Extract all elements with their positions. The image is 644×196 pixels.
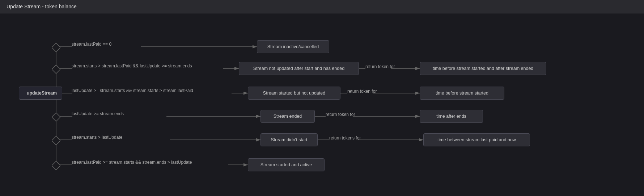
svg-marker-23 <box>52 43 60 52</box>
state-2-node: Stream not updated after start and has e… <box>239 62 359 75</box>
junction-5 <box>52 161 60 170</box>
svg-marker-25 <box>52 113 60 121</box>
junction-1 <box>52 43 60 52</box>
result-1-node: time before stream started and after str… <box>420 62 546 75</box>
title-bar: Update Stream - token balance <box>0 0 644 13</box>
state-1-node: Stream inactive/cancelled <box>257 40 329 53</box>
junction-3 <box>52 113 60 121</box>
condition-6-label: stream.lastPaid >= stream.starts && stre… <box>72 160 192 165</box>
condition-3-label: lastUpdate >= stream.starts && stream.st… <box>72 88 193 93</box>
state-6-node: Stream started and active <box>248 158 325 171</box>
return-4-label: return tokens for <box>329 135 361 141</box>
result-4-node: time between stream last paid and now <box>423 133 530 146</box>
svg-marker-24 <box>52 65 60 74</box>
return-3-label: return token for <box>326 112 355 117</box>
condition-1-label: stream.lastPaid == 0 <box>72 42 111 47</box>
junction-4 <box>52 136 60 145</box>
condition-4-label: lastUpdate >= stream.ends <box>72 111 124 116</box>
svg-marker-27 <box>52 161 60 170</box>
svg-marker-26 <box>52 136 60 145</box>
junction-2 <box>52 65 60 74</box>
condition-2-label: stream.starts > stream.lastPaid && lastU… <box>72 63 192 68</box>
diagram-area: _updateStream stream.lastPaid == 0 Strea… <box>0 13 644 193</box>
result-3-node: time after ends <box>420 110 483 123</box>
result-2-node: time before stream started <box>420 87 504 100</box>
state-3-node: Stream started but not updated <box>248 87 340 100</box>
start-node: _updateStream <box>19 87 62 100</box>
state-5-node: Stream didn't start <box>260 133 318 146</box>
return-2-label: return token for <box>347 89 377 94</box>
page-title: Update Stream - token balance <box>7 4 77 9</box>
condition-5-label: stream.starts > lastUpdate <box>72 135 122 140</box>
return-1-label: return token for <box>365 64 395 69</box>
state-4-node: Stream ended <box>260 110 315 123</box>
